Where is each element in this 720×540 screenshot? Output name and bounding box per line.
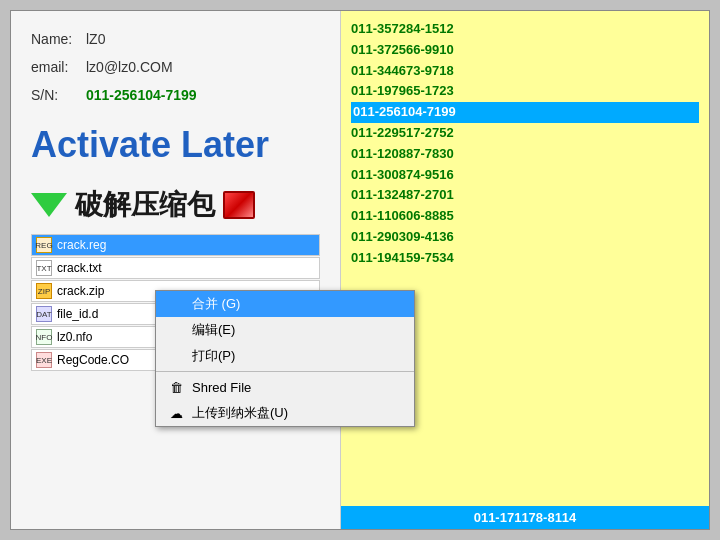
context-menu: 合并 (G)编辑(E)打印(P)🗑Shred File☁上传到纳米盘(U)	[155, 290, 415, 427]
serial-number: 011-372566-9910	[351, 40, 699, 61]
dat-icon: DAT	[36, 306, 52, 322]
crack-text: 破解压缩包	[75, 186, 215, 224]
zip-icon: ZIP	[36, 283, 52, 299]
email-row: email: lz0@lz0.COM	[31, 59, 320, 75]
txt-icon: TXT	[36, 260, 52, 276]
serial-number: 011-344673-9718	[351, 61, 699, 82]
shred-label: Shred File	[192, 380, 251, 395]
info-table: Name: lZ0 email: lz0@lz0.COM S/N: 011-25…	[31, 31, 320, 103]
right-panel: 011-357284-1512011-372566-9910011-344673…	[341, 11, 709, 529]
context-menu-item-print[interactable]: 打印(P)	[156, 343, 414, 369]
upload-label: 上传到纳米盘(U)	[192, 404, 288, 422]
upload-icon: ☁	[166, 403, 186, 423]
email-value: lz0@lz0.COM	[86, 59, 173, 75]
sn-value: 011-256104-7199	[86, 87, 197, 103]
context-menu-item-shred[interactable]: 🗑Shred File	[156, 374, 414, 400]
crack-section: 破解压缩包	[31, 186, 320, 224]
context-menu-item-merge[interactable]: 合并 (G)	[156, 291, 414, 317]
file-name: lz0.nfo	[57, 330, 92, 344]
serial-number: 011-256104-7199	[351, 102, 699, 123]
down-arrow-icon	[31, 193, 67, 217]
serial-number: 011-110606-8885	[351, 206, 699, 227]
winrar-icon	[223, 191, 255, 219]
context-menu-item-upload[interactable]: ☁上传到纳米盘(U)	[156, 400, 414, 426]
activate-button[interactable]: Activate Later	[31, 123, 320, 166]
file-item[interactable]: REGcrack.reg	[31, 234, 320, 256]
merge-label: 合并 (G)	[192, 295, 240, 313]
serial-number: 011-300874-9516	[351, 165, 699, 186]
left-panel: Name: lZ0 email: lz0@lz0.COM S/N: 011-25…	[11, 11, 341, 529]
print-label: 打印(P)	[192, 347, 235, 365]
serial-number: 011-229517-2752	[351, 123, 699, 144]
serial-number: 011-120887-7830	[351, 144, 699, 165]
name-label: Name:	[31, 31, 86, 47]
file-name: crack.reg	[57, 238, 106, 252]
bottom-serial: 011-171178-8114	[341, 506, 709, 529]
file-name: RegCode.CO	[57, 353, 129, 367]
name-row: Name: lZ0	[31, 31, 320, 47]
reg-icon: REG	[36, 237, 52, 253]
name-value: lZ0	[86, 31, 105, 47]
sn-label: S/N:	[31, 87, 86, 103]
serial-number: 011-197965-1723	[351, 81, 699, 102]
context-menu-separator	[156, 371, 414, 372]
file-name: crack.zip	[57, 284, 104, 298]
exe-icon: EXE	[36, 352, 52, 368]
serial-number: 011-357284-1512	[351, 19, 699, 40]
file-item[interactable]: TXTcrack.txt	[31, 257, 320, 279]
crack-label: 破解压缩包	[31, 186, 320, 224]
edit-label: 编辑(E)	[192, 321, 235, 339]
file-name: crack.txt	[57, 261, 102, 275]
serial-number: 011-290309-4136	[351, 227, 699, 248]
email-label: email:	[31, 59, 86, 75]
serial-number: 011-132487-2701	[351, 185, 699, 206]
serial-number: 011-194159-7534	[351, 248, 699, 269]
sn-row: S/N: 011-256104-7199	[31, 87, 320, 103]
main-window: Name: lZ0 email: lz0@lz0.COM S/N: 011-25…	[10, 10, 710, 530]
serial-list: 011-357284-1512011-372566-9910011-344673…	[351, 19, 699, 269]
shred-icon: 🗑	[166, 377, 186, 397]
file-name: file_id.d	[57, 307, 98, 321]
nfo-icon: NFO	[36, 329, 52, 345]
context-menu-item-edit[interactable]: 编辑(E)	[156, 317, 414, 343]
